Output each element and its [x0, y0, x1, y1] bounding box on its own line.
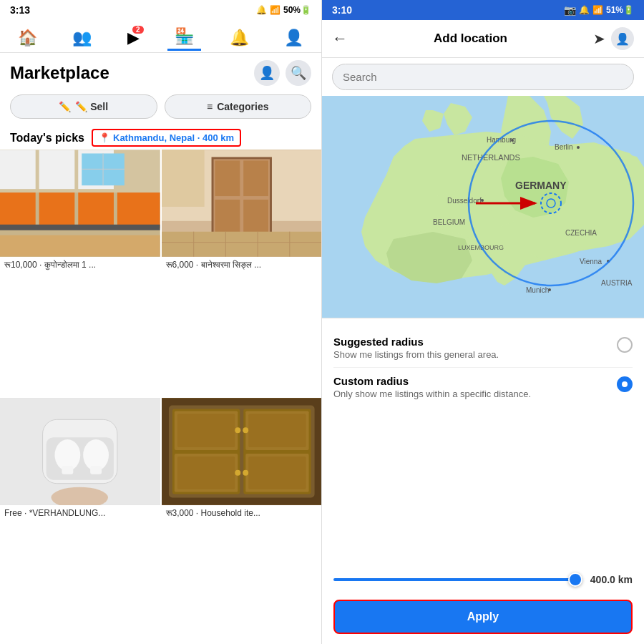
custom-radius-option[interactable]: Custom radius Only show me listings with…	[333, 368, 633, 406]
sell-icon: ✏️	[59, 101, 71, 112]
slider-track[interactable]	[333, 578, 582, 581]
svg-rect-47	[248, 414, 306, 447]
apply-button[interactable]: Apply	[333, 600, 633, 634]
sell-button[interactable]: ✏️ ✏️ Sell	[10, 94, 157, 119]
action-buttons: ✏️ ✏️ Sell ≡ Categories	[0, 90, 321, 123]
status-icons-right: 📷 🔔 📶 51%🔋	[564, 4, 634, 16]
product-price-airpods: Free · *VERHANDLUNG...	[0, 505, 160, 522]
todays-picks-section: Today's picks 📍 Kathmandu, Nepal · 400 k…	[0, 123, 321, 150]
svg-rect-5	[117, 192, 160, 228]
kitchen-svg	[0, 150, 160, 257]
map-svg: NETHERLANDS GERMANY Berlin Hamburg Dusse…	[322, 96, 644, 318]
nav-bar: 🏠 👥 ▶ 2 🏪 🔔 👤	[0, 20, 321, 53]
header-icons: 👤 🔍	[254, 60, 311, 86]
categories-label: Categories	[217, 101, 268, 112]
svg-point-70	[511, 139, 514, 142]
wifi-icon-right: 📶	[592, 5, 603, 15]
battery-right: 51%🔋	[606, 5, 634, 15]
person-icon: 👤	[259, 65, 275, 81]
marketplace-nav-icon: 🏪	[175, 27, 194, 46]
custom-radius-radio[interactable]	[617, 376, 633, 392]
marketplace-header: Marketplace 👤 🔍	[0, 53, 321, 90]
suggested-radius-text: Suggested radius Show me listings from t…	[333, 336, 617, 360]
product-image-airpods	[0, 398, 160, 505]
search-icon: 🔍	[291, 65, 306, 81]
svg-rect-3	[39, 192, 75, 228]
svg-rect-2	[0, 192, 36, 228]
user-avatar[interactable]: 👤	[611, 27, 634, 50]
todays-picks-label: Today's picks	[10, 132, 84, 145]
person-button[interactable]: 👤	[254, 60, 280, 86]
product-grid: रू10,000 · कुपोन्डोलमा 1 ...	[0, 150, 321, 644]
svg-point-80	[548, 288, 551, 291]
nav-marketplace[interactable]: 🏪	[167, 24, 201, 51]
video-badge: 2	[132, 26, 144, 34]
friends-icon: 👥	[72, 29, 92, 47]
product-price-room: रू6,000 · बानेश्वरमा सिङ्ल ...	[162, 257, 322, 274]
svg-rect-21	[243, 200, 268, 235]
svg-text:CZECHIA: CZECHIA	[565, 229, 597, 237]
svg-rect-9	[0, 225, 160, 230]
nav-right-icons: ➤ 👤	[593, 27, 634, 50]
add-location-title: Add location	[434, 31, 507, 46]
alarm-icon: 🔔	[256, 5, 267, 15]
svg-rect-4	[78, 192, 114, 228]
svg-point-50	[235, 469, 240, 475]
product-card-furniture[interactable]: रू3,000 · Household ite...	[162, 398, 322, 645]
instagram-icon: 📷	[564, 4, 576, 16]
nav-home[interactable]: 🏠	[11, 26, 44, 50]
map-container: NETHERLANDS GERMANY Berlin Hamburg Dusse…	[322, 96, 644, 318]
svg-rect-6	[0, 150, 36, 190]
location-pin-icon: 📍	[99, 132, 110, 143]
svg-point-51	[243, 427, 248, 433]
svg-rect-23	[162, 232, 322, 257]
furniture-svg	[162, 398, 322, 505]
room-svg	[162, 150, 322, 257]
product-card-kitchen[interactable]: रू10,000 · कुपोन्डोलमा 1 ...	[0, 150, 160, 396]
svg-text:AUSTRIA: AUSTRIA	[601, 279, 633, 287]
back-button[interactable]: ←	[332, 29, 348, 48]
nav-video[interactable]: ▶ 2	[120, 26, 147, 50]
custom-radius-text: Custom radius Only show me listings with…	[333, 375, 617, 399]
add-location-bar: ← Add location ➤ 👤	[322, 20, 644, 58]
nav-friends[interactable]: 👥	[65, 26, 99, 50]
suggested-radius-title: Suggested radius	[333, 336, 617, 348]
slider-thumb[interactable]	[568, 572, 582, 587]
svg-text:Vienna: Vienna	[580, 258, 602, 265]
suggested-radius-option[interactable]: Suggested radius Show me listings from t…	[333, 328, 633, 368]
svg-point-72	[481, 199, 484, 202]
apply-btn-container: Apply	[322, 592, 644, 644]
slider-section: 400.0 km	[322, 567, 644, 592]
svg-rect-35	[90, 465, 102, 474]
svg-text:GERMANY: GERMANY	[515, 180, 567, 191]
options-section: Suggested radius Show me listings from t…	[322, 318, 644, 567]
airpods-svg	[0, 398, 160, 505]
avatar-icon: 👤	[284, 29, 303, 47]
svg-rect-46	[177, 456, 234, 489]
nav-bell[interactable]: 🔔	[223, 26, 256, 50]
custom-radius-desc: Only show me listings within a specific …	[333, 389, 617, 399]
product-card-airpods[interactable]: Free · *VERHANDLUNG...	[0, 398, 160, 645]
product-price-kitchen: रू10,000 · कुपोन्डोलमा 1 ...	[0, 257, 160, 274]
nav-avatar[interactable]: 👤	[277, 26, 311, 50]
svg-rect-33	[62, 465, 73, 474]
categories-icon: ≡	[207, 101, 213, 112]
svg-rect-18	[215, 160, 240, 196]
svg-text:Berlin: Berlin	[555, 143, 573, 151]
status-bar-left: 3:13 🔔 📶 50%🔋	[0, 0, 321, 20]
navigate-icon[interactable]: ➤	[593, 30, 605, 47]
search-input[interactable]	[332, 64, 634, 90]
right-panel: 3:10 📷 🔔 📶 51%🔋 ← Add location ➤ 👤	[322, 0, 644, 644]
product-card-room[interactable]: रू6,000 · बानेश्वरमा सिङ्ल ...	[162, 150, 322, 396]
alarm-icon-right: 🔔	[579, 5, 590, 15]
battery-left: 50%🔋	[283, 5, 311, 15]
suggested-radius-radio[interactable]	[617, 337, 633, 353]
radio-inner	[622, 381, 628, 387]
svg-point-52	[243, 469, 248, 475]
search-button[interactable]: 🔍	[286, 60, 311, 86]
location-badge[interactable]: 📍 Kathmandu, Nepal · 400 km	[92, 129, 241, 147]
product-image-kitchen	[0, 150, 160, 257]
status-bar-right: 3:10 📷 🔔 📶 51%🔋	[322, 0, 644, 20]
home-icon: 🏠	[18, 29, 37, 47]
categories-button[interactable]: ≡ Categories	[165, 94, 312, 119]
